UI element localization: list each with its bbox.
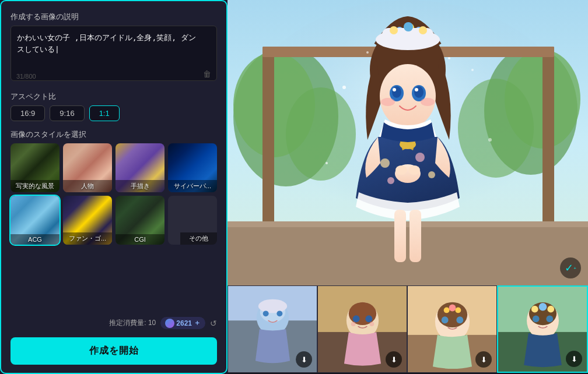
thumbnails-row: ⬇ ⬇ [228,285,588,373]
ai-credit-badge: 2621 ＋ [160,317,205,329]
ai-icon [165,319,174,328]
svg-rect-43 [410,210,421,262]
svg-point-64 [369,322,374,326]
svg-point-46 [326,162,328,164]
style-portrait-label: 人物 [63,180,112,192]
svg-point-41 [408,165,420,175]
svg-point-32 [421,98,435,106]
svg-point-24 [380,64,436,128]
svg-point-48 [448,57,450,59]
style-label: 画像のスタイルを選択 [10,129,217,140]
aspect-16-9[interactable]: 16:9 [10,105,45,121]
aspect-buttons: 16:9 9:16 1:1 [10,105,217,121]
thumbnail-1[interactable]: ⬇ [228,285,317,373]
style-realistic-label: 写実的な風景 [10,180,60,192]
thumb-1-download[interactable]: ⬇ [296,351,312,368]
svg-point-83 [539,303,547,311]
svg-point-21 [390,26,398,34]
svg-rect-9 [542,47,554,233]
style-cgi-label: CGI [116,234,164,245]
svg-point-60 [349,302,376,325]
aspect-9-16[interactable]: 9:16 [50,105,84,121]
refresh-icon[interactable]: ↺ [210,319,217,328]
style-portrait[interactable]: 人物 [63,143,112,192]
svg-point-23 [419,26,427,34]
plus-icon: ＋ [194,318,201,328]
prompt-wrapper: 31/800 🗑 [10,26,217,83]
svg-point-75 [455,308,461,313]
thumbnail-4[interactable]: ⬇ [497,285,588,373]
svg-point-61 [353,315,360,322]
svg-point-29 [393,88,396,91]
svg-point-36 [428,171,435,178]
check-complete-icon[interactable]: ✓+ [560,257,581,278]
right-panel: ✓+ ⬇ [228,0,588,374]
svg-point-82 [531,306,538,313]
style-castle-label: 手描き [116,180,164,192]
style-acg-label: ACG [10,234,60,245]
svg-point-44 [342,86,346,89]
thumbnail-2[interactable]: ⬇ [317,285,407,373]
aspect-label: アスペクト比 [10,91,217,102]
svg-point-27 [392,86,401,98]
prompt-label: 作成する画像の説明 [10,12,217,22]
svg-point-69 [442,316,449,323]
svg-point-74 [449,305,456,312]
credit-amount: 2621 [176,319,192,327]
svg-point-54 [258,299,287,313]
style-fanart[interactable]: ファン・ゴ... [63,196,112,245]
svg-point-28 [414,86,424,98]
svg-rect-42 [394,210,406,262]
style-realistic[interactable]: 写実的な風景 [10,143,60,192]
style-grid: 写実的な風景 人物 手描き サイバーパ... ACG ファン・ゴ... [10,143,217,245]
svg-point-33 [380,158,390,168]
svg-point-56 [276,311,282,316]
svg-point-55 [263,311,269,316]
svg-point-22 [404,22,413,31]
aspect-section: アスペクト比 16:9 9:16 1:1 [10,91,217,121]
svg-rect-12 [228,221,588,227]
svg-point-70 [456,316,463,323]
trash-icon[interactable]: 🗑 [203,69,211,79]
main-image-area: ✓+ [228,0,588,285]
style-acg[interactable]: ACG [10,196,60,245]
svg-point-81 [546,315,553,322]
thumb-2-download[interactable]: ⬇ [386,351,402,368]
style-cgi[interactable]: CGI [116,196,164,245]
svg-point-30 [415,88,418,91]
style-other-label: その他 [180,232,217,245]
prompt-input[interactable] [10,26,217,81]
style-fanart-label: ファン・ゴ... [63,232,112,245]
svg-point-31 [381,98,395,106]
style-cyber-label: サイバーパ... [168,180,217,192]
prompt-counter: 31/800 [16,73,36,80]
style-other[interactable]: ··· その他 [168,196,217,245]
svg-point-63 [351,322,356,326]
style-cyber[interactable]: サイバーパ... [168,143,217,192]
prompt-section: 作成する画像の説明 31/800 🗑 [10,12,217,83]
consume-label: 推定消費量: 10 [109,318,156,328]
bottom-bar: 推定消費量: 10 2621 ＋ ↺ [10,317,217,329]
svg-point-45 [471,69,474,71]
svg-point-73 [444,308,450,313]
svg-point-84 [547,306,554,313]
svg-point-62 [365,315,372,322]
thumb-4-download[interactable]: ⬇ [566,351,582,367]
style-section: 画像のスタイルを選択 写実的な風景 人物 手描き サイバーパ... ACG [10,129,217,245]
main-anime-svg [228,0,588,285]
style-castle[interactable]: 手描き [116,143,164,192]
svg-point-47 [488,138,492,142]
thumbnail-3[interactable]: ⬇ [407,285,497,373]
thumb-3-download[interactable]: ⬇ [475,351,492,368]
svg-point-6 [286,87,356,181]
svg-point-7 [458,79,534,178]
svg-point-80 [533,315,540,322]
generate-button[interactable]: 作成を開始 [10,337,217,365]
svg-point-37 [387,177,394,184]
left-panel: 作成する画像の説明 31/800 🗑 アスペクト比 16:9 9:16 1:1 … [0,0,228,374]
svg-rect-11 [228,221,588,285]
svg-point-35 [415,153,425,162]
svg-point-40 [396,165,407,175]
aspect-1-1[interactable]: 1:1 [89,105,120,121]
svg-rect-8 [262,47,274,233]
